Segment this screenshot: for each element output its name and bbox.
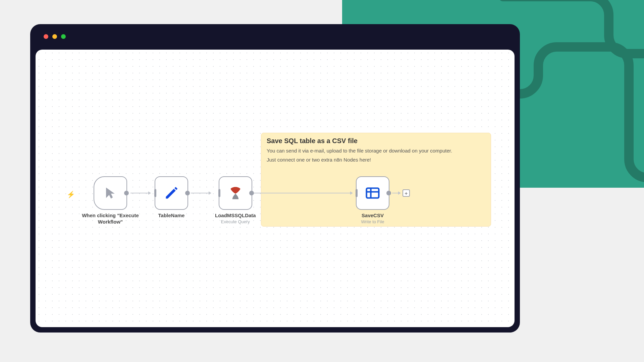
input-port[interactable] [356,189,358,197]
output-port[interactable] [386,191,391,195]
input-port[interactable] [218,189,220,197]
output-port[interactable] [249,191,254,195]
node-title: TableName [158,213,185,219]
add-node-button[interactable]: + [402,189,410,197]
node-subtitle: Execute Query [221,219,250,224]
sticky-line1: You can send it via e-mail, upload to th… [267,147,485,155]
node-title: When clicking "Execute Workflow" [77,213,144,225]
node-savecsv[interactable]: SaveCSV Write to File [356,176,389,224]
node-loadmssqldata[interactable]: LoadMSSQLData Execute Query [215,176,256,224]
window-controls [44,34,66,39]
node-subtitle: Write to File [361,219,384,224]
node-box[interactable] [219,176,252,210]
input-port[interactable] [154,189,156,197]
app-window: Save SQL table as a CSV file You can sen… [30,24,520,333]
output-port[interactable] [185,191,190,195]
node-title: SaveCSV [362,213,384,219]
node-box[interactable] [94,176,127,210]
minimize-icon[interactable] [52,34,57,39]
workflow-canvas[interactable]: Save SQL table as a CSV file You can sen… [36,50,515,327]
sticky-title: Save SQL table as a CSV file [267,137,485,145]
sticky-line2: Just connect one or two extra n8n Nodes … [267,156,485,164]
connector-mssql-csv[interactable] [251,193,353,193]
svg-rect-1 [367,188,379,198]
node-box[interactable] [356,176,389,210]
spreadsheet-icon [365,186,380,200]
connector-set-mssql[interactable] [191,193,211,193]
node-manual-trigger[interactable]: ⚡ When clicking "Execute Workflow" [77,176,144,225]
node-box[interactable] [155,176,188,210]
pencil-icon [164,186,179,200]
close-icon[interactable] [44,34,48,39]
bolt-icon: ⚡ [67,190,75,198]
connector-csv-add[interactable] [392,193,400,193]
node-title: LoadMSSQLData [215,213,256,219]
mssql-icon [228,186,243,200]
node-tablename[interactable]: TableName [155,176,188,219]
maximize-icon[interactable] [61,34,66,39]
output-port[interactable] [124,191,129,195]
cursor-icon [103,186,118,200]
